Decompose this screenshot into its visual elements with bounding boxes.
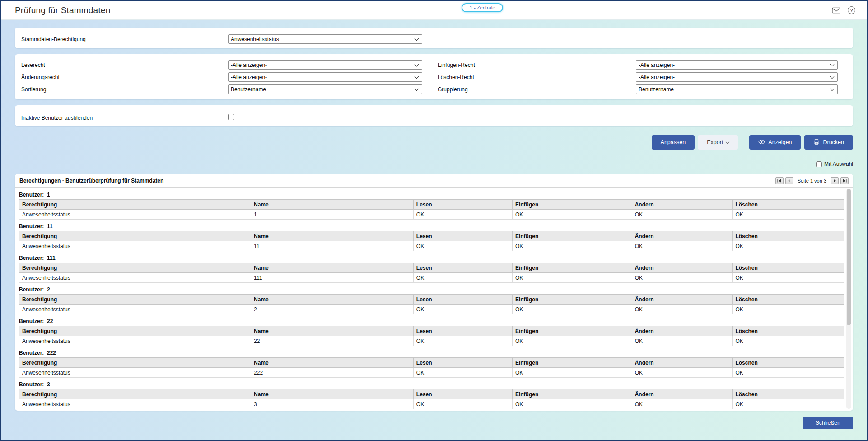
table-cell: OK: [733, 368, 844, 378]
column-header: Berechtigung: [19, 295, 251, 305]
loeschen-recht-select[interactable]: -Alle anzeigen-: [636, 72, 838, 82]
scrollbar-thumb[interactable]: [847, 189, 851, 325]
table-cell: OK: [632, 210, 733, 220]
stammdaten-berechtigung-select[interactable]: Anwesenheitsstatus: [228, 34, 422, 44]
column-header: Berechtigung: [19, 263, 251, 273]
gruppierung-label: Gruppierung: [422, 86, 636, 93]
column-header: Name: [251, 200, 414, 210]
leserecht-label: Leserecht: [21, 62, 228, 68]
first-page-button[interactable]: [775, 177, 784, 184]
leserecht-select[interactable]: -Alle anzeigen-: [228, 60, 422, 70]
schliessen-button[interactable]: Schließen: [803, 417, 853, 429]
einfuegen-recht-select[interactable]: -Alle anzeigen-: [636, 60, 838, 70]
last-page-button[interactable]: [840, 177, 849, 184]
table-cell: OK: [733, 305, 844, 314]
user-group: Benutzer: 222 BerechtigungNameLesenEinfü…: [19, 350, 844, 378]
mit-auswahl-checkbox[interactable]: [816, 161, 822, 167]
help-icon[interactable]: [848, 6, 855, 14]
anpassen-label: Anpassen: [661, 139, 686, 145]
table-cell: 11: [251, 241, 414, 251]
user-group-label: Benutzer: 22: [19, 318, 844, 326]
table-cell: OK: [413, 241, 512, 251]
drucken-label: Drucken: [823, 139, 844, 145]
schliessen-label: Schließen: [815, 420, 840, 426]
anzeigen-label: Anzeigen: [768, 139, 792, 145]
table-cell: OK: [512, 273, 632, 283]
column-header: Name: [251, 231, 414, 241]
table-cell: OK: [733, 336, 844, 346]
table-cell: Anwesenheitsstatus: [19, 368, 251, 378]
sortierung-label: Sortierung: [21, 86, 228, 93]
table-row[interactable]: Anwesenheitsstatus3OKOKOKOK: [19, 399, 844, 409]
table-row[interactable]: Anwesenheitsstatus22OKOKOKOK: [19, 336, 844, 346]
column-header: Lesen: [413, 326, 512, 336]
table-row[interactable]: Anwesenheitsstatus11OKOKOKOK: [19, 241, 844, 251]
mail-icon[interactable]: [832, 7, 840, 14]
table-cell: OK: [632, 241, 733, 251]
select-wrap: -Alle anzeigen-: [636, 72, 838, 82]
table-cell: 3: [251, 399, 414, 409]
table-cell: OK: [632, 399, 733, 409]
context-badge[interactable]: 1 - Zentrale: [462, 3, 503, 12]
table-header-row: BerechtigungNameLesenEinfügenÄndernLösch…: [19, 389, 844, 399]
table-cell: OK: [632, 336, 733, 346]
results-panel: Berechtigungen - Benutzerüberprüfung für…: [15, 174, 853, 411]
column-header: Berechtigung: [19, 231, 251, 241]
permissions-table: BerechtigungNameLesenEinfügenÄndernLösch…: [19, 199, 844, 220]
table-row[interactable]: Anwesenheitsstatus222OKOKOKOK: [19, 368, 844, 378]
table-cell: OK: [512, 210, 632, 220]
table-cell: OK: [512, 305, 632, 314]
inaktive-benutzer-checkbox[interactable]: [228, 114, 234, 120]
table-cell: 111: [251, 273, 414, 283]
table-cell: OK: [413, 305, 512, 314]
pagination: Seite 1 von 3: [547, 174, 853, 187]
column-header: Ändern: [632, 358, 733, 368]
app-header: Prüfung für Stammdaten 1 - Zentrale: [1, 1, 867, 20]
user-group: Benutzer: 111 BerechtigungNameLesenEinfü…: [19, 255, 844, 283]
select-wrap: Benutzername: [636, 84, 838, 94]
table-cell: Anwesenheitsstatus: [19, 399, 251, 409]
permissions-table: BerechtigungNameLesenEinfügenÄndernLösch…: [19, 231, 844, 251]
table-cell: Anwesenheitsstatus: [19, 305, 251, 314]
table-cell: 2: [251, 305, 414, 314]
table-cell: 222: [251, 368, 414, 378]
table-header-row: BerechtigungNameLesenEinfügenÄndernLösch…: [19, 231, 844, 241]
sortierung-select[interactable]: Benutzername: [228, 84, 422, 94]
drucken-button[interactable]: Drucken: [804, 135, 853, 150]
table-cell: OK: [632, 273, 733, 283]
aenderungsrecht-select[interactable]: -Alle anzeigen-: [228, 72, 422, 82]
column-header: Berechtigung: [19, 200, 251, 210]
toolbar: Anpassen Export Anzeigen: [15, 135, 853, 150]
permissions-table: BerechtigungNameLesenEinfügenÄndernLösch…: [19, 326, 844, 346]
table-row[interactable]: Anwesenheitsstatus111OKOKOKOK: [19, 273, 844, 283]
user-group-label: Benutzer: 111: [19, 255, 844, 263]
table-row[interactable]: Anwesenheitsstatus2OKOKOKOK: [19, 305, 844, 314]
column-header: Löschen: [733, 389, 844, 399]
stammdaten-berechtigung-label: Stammdaten-Berechtigung: [21, 36, 228, 42]
column-header: Name: [251, 263, 414, 273]
table-cell: Anwesenheitsstatus: [19, 241, 251, 251]
column-header: Löschen: [733, 295, 844, 305]
column-header: Ändern: [632, 326, 733, 336]
vertical-scrollbar[interactable]: [846, 189, 851, 409]
anzeigen-button[interactable]: Anzeigen: [749, 135, 801, 150]
table-cell: OK: [512, 399, 632, 409]
column-header: Ändern: [632, 295, 733, 305]
column-header: Name: [251, 326, 414, 336]
prev-page-button[interactable]: [785, 177, 793, 184]
filter-panel-berechtigung: Stammdaten-Berechtigung Anwesenheitsstat…: [15, 28, 853, 48]
footer: Schließen: [15, 417, 853, 429]
user-group: Benutzer: 11 BerechtigungNameLesenEinfüg…: [19, 223, 844, 251]
column-header: Lesen: [413, 231, 512, 241]
column-header: Lesen: [413, 200, 512, 210]
table-row[interactable]: Anwesenheitsstatus1OKOKOKOK: [19, 210, 844, 220]
gruppierung-select[interactable]: Benutzername: [636, 84, 838, 94]
next-page-button[interactable]: [831, 177, 839, 184]
export-label: Export: [707, 139, 723, 145]
table-cell: OK: [733, 273, 844, 283]
anpassen-button[interactable]: Anpassen: [652, 135, 695, 150]
export-button[interactable]: Export: [698, 135, 738, 150]
page-info: Seite 1 von 3: [798, 178, 826, 183]
column-header: Löschen: [733, 326, 844, 336]
column-header: Lesen: [413, 263, 512, 273]
